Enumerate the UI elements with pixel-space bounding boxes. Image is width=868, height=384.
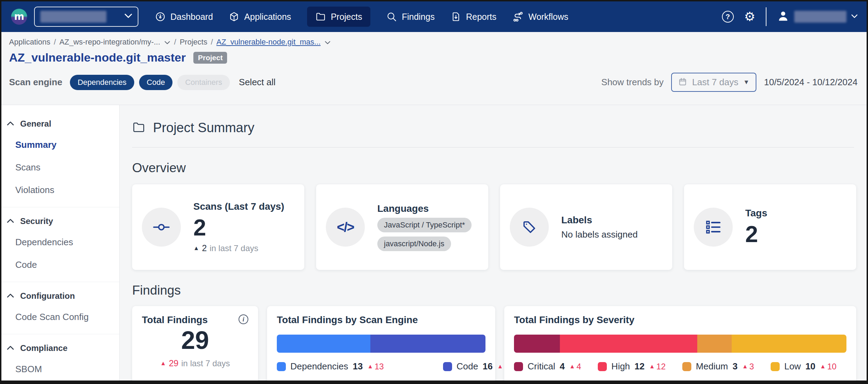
svg-text:m: m bbox=[14, 11, 24, 22]
trend-period-value: Last 7 days bbox=[692, 77, 738, 88]
commit-icon bbox=[142, 208, 181, 247]
legend-item-low[interactable]: Low 10 ▲10 bbox=[771, 361, 836, 372]
breadcrumb-application-name[interactable]: AZ_ws-repo-integration/my-... bbox=[59, 38, 160, 47]
date-range-text: 10/5/2024 - 10/12/2024 bbox=[764, 77, 858, 88]
chevron-down-icon[interactable] bbox=[164, 38, 170, 47]
legend-item-code[interactable]: Code 16 ▲16 bbox=[443, 361, 514, 372]
sidebar-group-security: Security Dependencies Code bbox=[1, 207, 119, 282]
toggle-dependencies[interactable]: Dependencies bbox=[70, 75, 134, 90]
bar-segment-low[interactable] bbox=[732, 335, 846, 353]
legend-trend-value: 13 bbox=[375, 362, 384, 371]
trend-up-icon: ▲ bbox=[160, 360, 166, 366]
legend-trend-value: 4 bbox=[577, 362, 581, 371]
trend-up-icon: ▲ bbox=[497, 363, 503, 369]
code-brackets-icon: </> bbox=[326, 208, 365, 247]
breadcrumb: Applications / AZ_ws-repo-integration/my… bbox=[9, 38, 858, 47]
breadcrumb-applications[interactable]: Applications bbox=[9, 38, 50, 47]
breadcrumb-separator: / bbox=[174, 38, 176, 47]
chevron-up-icon bbox=[7, 121, 14, 127]
sidebar-item-sbom[interactable]: SBOM bbox=[1, 358, 119, 381]
card-title: Scans (Last 7 days) bbox=[193, 201, 284, 212]
sidebar-item-code[interactable]: Code bbox=[1, 254, 119, 276]
toggle-code[interactable]: Code bbox=[139, 75, 173, 90]
card-languages: </> Languages JavaScript / TypeScript* j… bbox=[316, 184, 488, 270]
tags-list-icon bbox=[694, 208, 733, 247]
legend-label: High bbox=[611, 361, 630, 372]
legend-value: 10 bbox=[805, 361, 815, 372]
sidebar-item-code-scan-config[interactable]: Code Scan Config bbox=[1, 306, 119, 328]
card-title: Tags bbox=[745, 208, 767, 219]
select-all-link[interactable]: Select all bbox=[239, 77, 276, 88]
sidebar-item-summary[interactable]: Summary bbox=[1, 134, 119, 156]
mend-logo-icon[interactable]: m bbox=[10, 8, 28, 25]
trend-up-icon: ▲ bbox=[742, 363, 748, 369]
breadcrumb-projects[interactable]: Projects bbox=[180, 38, 207, 47]
scan-engine-toggles: Dependencies Code Containers bbox=[70, 75, 230, 90]
bar-segment-critical[interactable] bbox=[514, 335, 560, 353]
workflows-flow-icon bbox=[512, 11, 523, 22]
nav-item-findings[interactable]: Findings bbox=[386, 7, 435, 27]
legend-label: Critical bbox=[528, 361, 555, 372]
user-avatar-icon bbox=[777, 10, 789, 24]
engine-stacked-bar bbox=[277, 335, 485, 353]
trend-value: 29 bbox=[169, 358, 178, 368]
show-trends-label: Show trends by bbox=[601, 77, 664, 88]
user-menu[interactable] bbox=[777, 10, 858, 24]
page-title: AZ_vulnerable-node.git_master bbox=[9, 51, 186, 64]
sidebar-section-security[interactable]: Security bbox=[1, 211, 119, 231]
org-selector-dropdown[interactable] bbox=[34, 7, 138, 27]
card-title: Total Findings by Scan Engine bbox=[277, 314, 418, 325]
trend-up-icon: ▲ bbox=[569, 363, 575, 369]
sidebar-item-violations[interactable]: Violations bbox=[1, 179, 119, 201]
legend-swatch bbox=[514, 362, 523, 371]
help-button[interactable]: ? bbox=[722, 11, 734, 23]
info-icon[interactable]: i bbox=[239, 314, 248, 324]
legend-item-critical[interactable]: Critical 4 ▲4 bbox=[514, 361, 581, 372]
top-navbar: m Dashboard bbox=[1, 1, 867, 32]
toggle-containers[interactable]: Containers bbox=[177, 75, 230, 90]
scans-value: 2 bbox=[193, 216, 284, 240]
nav-item-dashboard[interactable]: Dashboard bbox=[155, 7, 213, 27]
bar-segment-high[interactable] bbox=[560, 335, 698, 353]
findings-heading: Findings bbox=[132, 283, 856, 298]
bar-segment-dependencies[interactable] bbox=[277, 335, 370, 353]
legend-value: 4 bbox=[560, 361, 564, 372]
section-title-project-summary: Project Summary bbox=[153, 120, 254, 135]
sidebar-group-general: General Summary Scans Violations bbox=[1, 110, 119, 207]
breadcrumb-project-name[interactable]: AZ_vulnerable-node.git_mas... bbox=[216, 38, 321, 47]
sidebar-section-configuration[interactable]: Configuration bbox=[1, 286, 119, 306]
card-total-findings: Total Findings i 29 ▲ 29 in last 7 days bbox=[132, 306, 258, 384]
nav-item-applications[interactable]: Applications bbox=[229, 7, 291, 27]
nav-item-workflows[interactable]: Workflows bbox=[512, 6, 568, 27]
sidebar-item-scans[interactable]: Scans bbox=[1, 156, 119, 179]
sidebar-section-title: Configuration bbox=[20, 291, 75, 301]
nav-item-projects[interactable]: Projects bbox=[307, 7, 370, 27]
sidebar-section-compliance[interactable]: Compliance bbox=[1, 338, 119, 358]
bar-segment-medium[interactable] bbox=[697, 335, 732, 353]
card-scans: Scans (Last 7 days) 2 ▲ 2 in last 7 days bbox=[132, 184, 304, 270]
legend-item-dependencies[interactable]: Dependencies 13 ▲13 bbox=[277, 361, 384, 372]
settings-button[interactable]: ⚙ bbox=[744, 10, 755, 23]
legend-value: 12 bbox=[635, 361, 645, 372]
bar-segment-code[interactable] bbox=[370, 335, 485, 353]
sidebar-item-attribution[interactable]: Attribution bbox=[1, 381, 119, 384]
breadcrumb-separator: / bbox=[54, 38, 56, 47]
legend-label: Low bbox=[784, 361, 801, 372]
trend-up-icon: ▲ bbox=[649, 363, 655, 369]
language-pill: JavaScript / TypeScript* bbox=[377, 218, 472, 232]
app-window: m Dashboard bbox=[0, 0, 868, 384]
chevron-down-icon[interactable] bbox=[325, 38, 330, 47]
legend-item-high[interactable]: High 12 ▲12 bbox=[598, 361, 666, 372]
sidebar-section-general[interactable]: General bbox=[1, 113, 119, 134]
sidebar-item-dependencies[interactable]: Dependencies bbox=[1, 231, 119, 254]
dropdown-caret-icon: ▼ bbox=[743, 79, 749, 86]
legend-value: 16 bbox=[483, 361, 493, 372]
project-type-badge: Project bbox=[193, 52, 227, 64]
legend-item-medium[interactable]: Medium 3 ▲3 bbox=[682, 361, 754, 372]
navbar-divider bbox=[766, 7, 766, 26]
language-pill: javascript/Node.js bbox=[377, 237, 451, 251]
legend-label: Code bbox=[457, 361, 478, 372]
nav-item-reports[interactable]: Reports bbox=[451, 7, 497, 27]
trend-period-dropdown[interactable]: Last 7 days ▼ bbox=[671, 73, 756, 92]
navbar-right: ? ⚙ bbox=[722, 7, 858, 26]
